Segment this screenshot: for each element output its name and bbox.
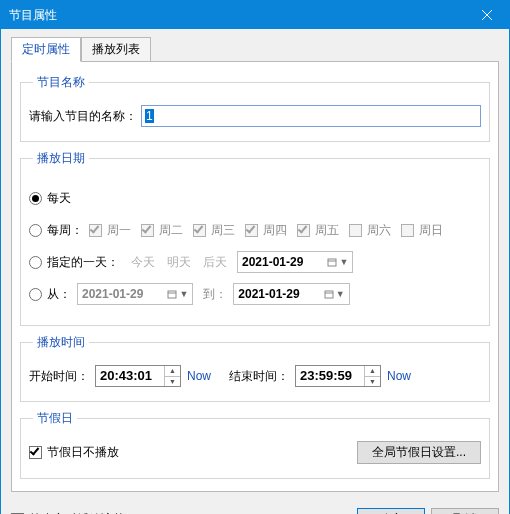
date-specific-value: 2021-01-29 (242, 255, 303, 269)
label-fri: 周五 (315, 222, 339, 239)
spin-down-icon[interactable]: ▼ (365, 377, 380, 387)
close-icon (482, 10, 492, 20)
date-picker-specific[interactable]: 2021-01-29 ▼ (237, 251, 353, 273)
program-name-value: 1 (145, 109, 154, 123)
cancel-button[interactable]: 取消 (431, 508, 499, 514)
link-tomorrow[interactable]: 明天 (167, 254, 191, 271)
label-range-from: 从： (47, 286, 71, 303)
label-range-to: 到： (203, 286, 227, 303)
group-program-name: 节目名称 请输入节目的名称： 1 (20, 74, 490, 142)
label-sat: 周六 (367, 222, 391, 239)
time-input-start[interactable]: 20:43:01 ▲ ▼ (95, 365, 181, 387)
date-picker-range-start[interactable]: 2021-01-29 ▼ (77, 283, 193, 305)
checkbox-holiday-no-play[interactable] (29, 446, 42, 459)
close-button[interactable] (465, 1, 509, 29)
label-every-day: 每天 (47, 190, 71, 207)
program-name-input[interactable]: 1 (141, 105, 481, 127)
tab-playlist[interactable]: 播放列表 (81, 37, 151, 62)
link-today[interactable]: 今天 (131, 254, 155, 271)
group-holiday: 节假日 节假日不播放 全局节假日设置... (20, 410, 490, 479)
checkbox-thu[interactable] (245, 224, 258, 237)
dialog-footer: 禁止定时播放该节目 确定 取消 (1, 502, 509, 514)
ok-button[interactable]: 确定 (357, 508, 425, 514)
label-program-name: 请输入节目的名称： (29, 108, 137, 125)
link-now-start[interactable]: Now (187, 369, 211, 383)
tab-timer-properties[interactable]: 定时属性 (11, 37, 81, 62)
date-range-end-value: 2021-01-29 (238, 287, 299, 301)
window-title: 节目属性 (9, 7, 465, 24)
label-holiday-no-play: 节假日不播放 (47, 444, 119, 461)
checkbox-tue[interactable] (141, 224, 154, 237)
chevron-down-icon: ▼ (339, 257, 348, 267)
svg-rect-2 (328, 259, 336, 266)
link-day-after[interactable]: 后天 (203, 254, 227, 271)
svg-rect-4 (168, 291, 176, 298)
spin-up-icon[interactable]: ▲ (165, 366, 180, 377)
legend-play-time: 播放时间 (33, 334, 89, 351)
checkbox-wed[interactable] (193, 224, 206, 237)
time-end-value: 23:59:59 (296, 366, 364, 386)
tab-strip: 定时属性 播放列表 (11, 37, 499, 62)
label-wed: 周三 (211, 222, 235, 239)
legend-holiday: 节假日 (33, 410, 77, 427)
dialog-window: 节目属性 定时属性 播放列表 节目名称 请输入节目的名称： 1 (0, 0, 510, 514)
titlebar: 节目属性 (1, 1, 509, 29)
legend-program-name: 节目名称 (33, 74, 89, 91)
checkbox-sat[interactable] (349, 224, 362, 237)
chevron-down-icon: ▼ (179, 289, 188, 299)
label-end-time: 结束时间： (229, 368, 289, 385)
label-mon: 周一 (107, 222, 131, 239)
group-play-date: 播放日期 每天 每周： 周一 周二 周三 周四 周五 周六 周日 (20, 150, 490, 326)
label-tue: 周二 (159, 222, 183, 239)
date-picker-range-end[interactable]: 2021-01-29 ▼ (233, 283, 349, 305)
legend-play-date: 播放日期 (33, 150, 89, 167)
chevron-down-icon: ▼ (336, 289, 345, 299)
label-start-time: 开始时间： (29, 368, 89, 385)
date-range-start-value: 2021-01-29 (82, 287, 143, 301)
label-sun: 周日 (419, 222, 443, 239)
tab-panel-timer: 节目名称 请输入节目的名称： 1 播放日期 每天 每周： (11, 61, 499, 492)
time-start-value: 20:43:01 (96, 366, 164, 386)
checkbox-fri[interactable] (297, 224, 310, 237)
checkbox-sun[interactable] (401, 224, 414, 237)
time-input-end[interactable]: 23:59:59 ▲ ▼ (295, 365, 381, 387)
calendar-icon (324, 289, 334, 299)
calendar-icon (327, 257, 337, 267)
radio-date-range[interactable] (29, 288, 42, 301)
checkbox-mon[interactable] (89, 224, 102, 237)
link-now-end[interactable]: Now (387, 369, 411, 383)
label-thu: 周四 (263, 222, 287, 239)
radio-every-day[interactable] (29, 192, 42, 205)
button-global-holiday-settings[interactable]: 全局节假日设置... (357, 441, 481, 464)
spin-down-icon[interactable]: ▼ (165, 377, 180, 387)
radio-specific-day[interactable] (29, 256, 42, 269)
group-play-time: 播放时间 开始时间： 20:43:01 ▲ ▼ Now 结束时间： 23:59:… (20, 334, 490, 402)
spin-up-icon[interactable]: ▲ (365, 366, 380, 377)
label-every-week: 每周： (47, 222, 83, 239)
svg-rect-6 (325, 291, 333, 298)
label-specific-day: 指定的一天： (47, 254, 119, 271)
calendar-icon (167, 289, 177, 299)
radio-every-week[interactable] (29, 224, 42, 237)
